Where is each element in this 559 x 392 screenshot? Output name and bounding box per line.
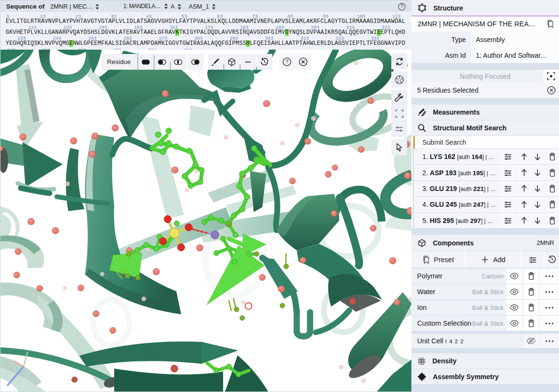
svg-text:?: ? xyxy=(285,59,288,64)
svg-text:?: ? xyxy=(400,4,403,9)
